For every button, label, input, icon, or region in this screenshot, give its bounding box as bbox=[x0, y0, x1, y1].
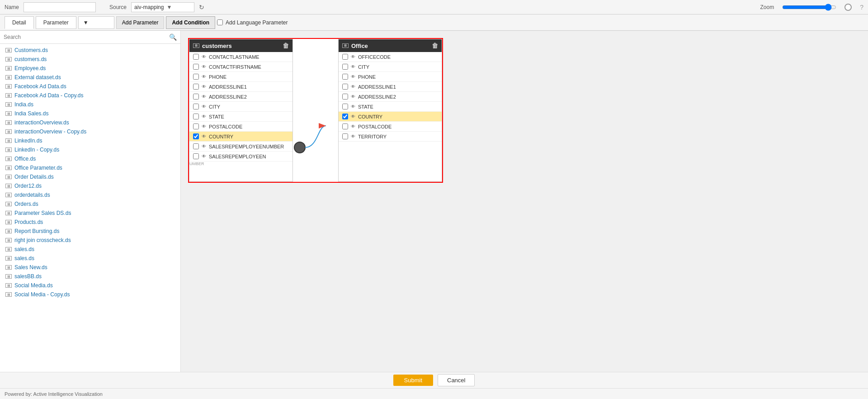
office-field-row[interactable]: 👁CITY bbox=[339, 62, 442, 72]
search-input[interactable] bbox=[4, 34, 166, 40]
customers-field-row[interactable]: 👁POSTALCODE bbox=[189, 122, 292, 132]
sidebar-item[interactable]: ⊞Orders.ds bbox=[0, 200, 180, 209]
name-input[interactable] bbox=[24, 2, 96, 12]
office-field-row[interactable]: 👁OFFICECODE bbox=[339, 52, 442, 62]
sidebar-item-label: Parameter Sales DS.ds bbox=[14, 210, 71, 216]
sidebar-item[interactable]: ⊞interactionOverview - Copy.ds bbox=[0, 127, 180, 136]
customers-field-checkbox[interactable] bbox=[193, 84, 199, 90]
office-field-row[interactable]: 👁TERRITORY bbox=[339, 132, 442, 142]
customers-field-row[interactable]: 👁SALESREPEMPLOYEEN bbox=[189, 152, 292, 162]
office-field-checkbox[interactable] bbox=[342, 74, 348, 80]
customers-field-row[interactable]: 👁CITY bbox=[189, 102, 292, 112]
customers-field-checkbox[interactable] bbox=[193, 133, 199, 139]
customers-field-checkbox[interactable] bbox=[193, 94, 199, 100]
parameter-dropdown[interactable]: ▼ bbox=[78, 16, 114, 29]
customers-field-row[interactable]: 👁SALESREPEMPLOYEENUMBER bbox=[189, 142, 292, 152]
customers-field-checkbox[interactable] bbox=[193, 124, 199, 129]
sidebar-item[interactable]: ⊞Facebook Ad Data.ds bbox=[0, 82, 180, 91]
office-field-row[interactable]: 👁COUNTRY bbox=[339, 112, 442, 122]
customers-field-row[interactable]: 👁ADDRESSLINE1 bbox=[189, 82, 292, 92]
sidebar-item-label: LinkedIn.ds bbox=[14, 138, 42, 144]
source-dropdown-arrow-icon: ▼ bbox=[166, 4, 172, 10]
eye-icon: 👁 bbox=[202, 154, 206, 159]
customers-field-name: COUNTRY bbox=[209, 134, 233, 139]
sidebar-item[interactable]: ⊞sales.ds bbox=[0, 245, 180, 254]
office-field-row[interactable]: 👁ADDRESSLINE1 bbox=[339, 82, 442, 92]
dataset-icon: ⊞ bbox=[5, 292, 12, 297]
customers-field-checkbox[interactable] bbox=[193, 143, 199, 149]
office-field-checkbox[interactable] bbox=[342, 104, 348, 109]
customers-field-row[interactable]: 👁STATE bbox=[189, 112, 292, 122]
sidebar-item[interactable]: ⊞India.ds bbox=[0, 100, 180, 109]
office-field-checkbox[interactable] bbox=[342, 124, 348, 129]
customers-field-checkbox[interactable] bbox=[193, 104, 199, 109]
sidebar-item[interactable]: ⊞External dataset.ds bbox=[0, 73, 180, 82]
customers-field-name: ADDRESSLINE2 bbox=[209, 94, 247, 100]
zoom-slider[interactable] bbox=[782, 4, 836, 11]
add-parameter-button[interactable]: Add Parameter bbox=[116, 16, 165, 29]
sidebar-item[interactable]: ⊞right join crosscheck.ds bbox=[0, 236, 180, 245]
office-field-checkbox[interactable] bbox=[342, 94, 348, 100]
tab-detail[interactable]: Detail bbox=[5, 16, 34, 29]
eye-icon: 👁 bbox=[202, 144, 206, 149]
sidebar-item[interactable]: ⊞LinkedIn.ds bbox=[0, 136, 180, 145]
sidebar-item[interactable]: ⊞salesBB.ds bbox=[0, 272, 180, 281]
customers-delete-icon[interactable]: 🗑 bbox=[283, 42, 289, 49]
sidebar-item[interactable]: ⊞Customers.ds bbox=[0, 46, 180, 55]
sidebar-item[interactable]: ⊞LinkedIn - Copy.ds bbox=[0, 145, 180, 154]
customers-field-row[interactable]: 👁ADDRESSLINE2 bbox=[189, 92, 292, 102]
help-icon[interactable]: ? bbox=[860, 4, 863, 11]
office-field-checkbox[interactable] bbox=[342, 64, 348, 70]
sidebar-item[interactable]: ⊞Office.ds bbox=[0, 154, 180, 163]
customers-field-row[interactable]: 👁CONTACTFIRSTNAME bbox=[189, 62, 292, 72]
customers-field-row[interactable]: 👁CONTACTLASTNAME bbox=[189, 52, 292, 62]
customers-field-checkbox[interactable] bbox=[193, 114, 199, 119]
sidebar-item[interactable]: ⊞India Sales.ds bbox=[0, 109, 180, 118]
sidebar-item[interactable]: ⊞Order12.ds bbox=[0, 181, 180, 190]
customers-field-checkbox[interactable] bbox=[193, 64, 199, 70]
sidebar-item[interactable]: ⊞Social Media.ds bbox=[0, 281, 180, 290]
sidebar-item[interactable]: ⊞Social Media - Copy.ds bbox=[0, 290, 180, 299]
customers-field-checkbox[interactable] bbox=[193, 74, 199, 80]
customers-field-row[interactable]: 👁COUNTRY bbox=[189, 132, 292, 142]
search-icon[interactable]: 🔍 bbox=[169, 33, 177, 41]
source-dropdown[interactable]: aiv-mapping ▼ bbox=[131, 2, 194, 12]
dataset-icon: ⊞ bbox=[5, 48, 12, 52]
sidebar-item[interactable]: ⊞Facebook Ad Data - Copy.ds bbox=[0, 91, 180, 100]
sidebar-item[interactable]: ⊞Employee.ds bbox=[0, 64, 180, 73]
office-field-row[interactable]: 👁POSTALCODE bbox=[339, 122, 442, 132]
office-field-row[interactable]: 👁STATE bbox=[339, 102, 442, 112]
office-field-checkbox[interactable] bbox=[342, 84, 348, 90]
sidebar-item[interactable]: ⊞Report Bursting.ds bbox=[0, 227, 180, 236]
refresh-icon[interactable]: ↻ bbox=[199, 4, 204, 11]
eye-icon: 👁 bbox=[202, 114, 206, 119]
submit-button[interactable]: Submit bbox=[393, 375, 433, 386]
customers-field-checkbox[interactable] bbox=[193, 153, 199, 159]
sidebar-item[interactable]: ⊞Parameter Sales DS.ds bbox=[0, 209, 180, 218]
sidebar-item[interactable]: ⊞Office Parameter.ds bbox=[0, 163, 180, 172]
add-condition-button[interactable]: Add Condition bbox=[166, 16, 215, 29]
sidebar-item[interactable]: ⊞interactionOverview.ds bbox=[0, 118, 180, 127]
sidebar-item[interactable]: ⊞Sales New.ds bbox=[0, 263, 180, 272]
office-field-row[interactable]: 👁ADDRESSLINE2 bbox=[339, 92, 442, 102]
sidebar-item-label: India Sales.ds bbox=[14, 110, 48, 117]
office-field-checkbox[interactable] bbox=[342, 54, 348, 60]
customers-field-checkbox[interactable] bbox=[193, 54, 199, 60]
tab-parameter[interactable]: Parameter bbox=[36, 16, 76, 29]
sidebar-item[interactable]: ⊞Products.ds bbox=[0, 218, 180, 227]
office-field-checkbox[interactable] bbox=[342, 114, 348, 119]
cancel-button[interactable]: Cancel bbox=[438, 374, 475, 386]
office-delete-icon[interactable]: 🗑 bbox=[432, 42, 438, 49]
param-dropdown-arrow-icon: ▼ bbox=[83, 19, 89, 26]
add-language-checkbox[interactable] bbox=[217, 19, 223, 25]
sidebar-item[interactable]: ⊞Order Details.ds bbox=[0, 172, 180, 181]
sidebar-item[interactable]: ⊞customers.ds bbox=[0, 55, 180, 64]
sidebar-item-label: India.ds bbox=[14, 101, 33, 108]
dataset-icon: ⊞ bbox=[5, 84, 12, 89]
customers-field-row[interactable]: 👁PHONE bbox=[189, 72, 292, 82]
sidebar-item[interactable]: ⊞orderdetails.ds bbox=[0, 190, 180, 200]
office-field-checkbox[interactable] bbox=[342, 133, 348, 139]
customers-table-title: customers bbox=[202, 43, 232, 49]
office-field-row[interactable]: 👁PHONE bbox=[339, 72, 442, 82]
sidebar-item[interactable]: ⊞sales.ds bbox=[0, 254, 180, 263]
